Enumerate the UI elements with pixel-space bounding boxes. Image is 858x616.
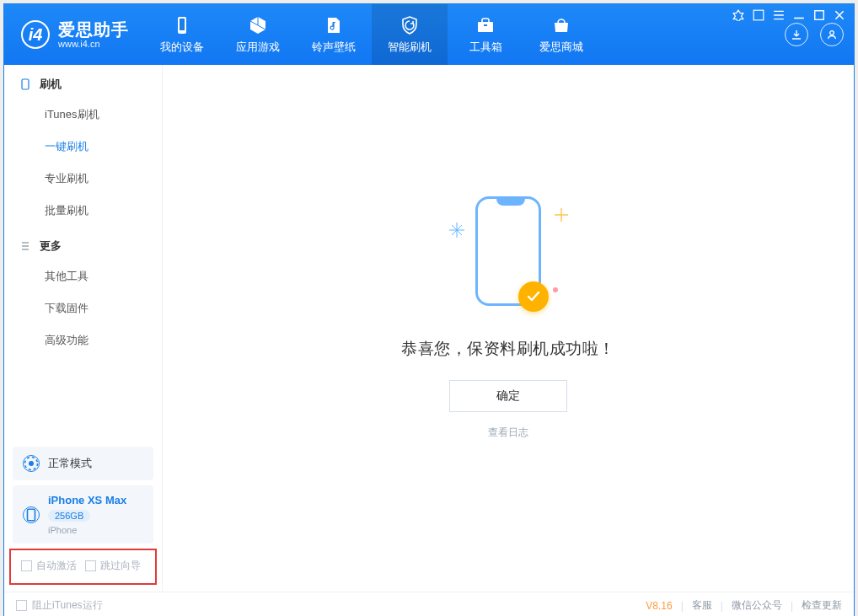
tab-label: 智能刷机	[388, 40, 432, 55]
checkbox-icon	[21, 560, 32, 571]
checkbox-label: 阻止iTunes运行	[32, 598, 103, 613]
logo: i4 爱思助手 www.i4.cn	[4, 4, 144, 65]
tab-apps-games[interactable]: 应用游戏	[220, 4, 296, 65]
success-illustration	[475, 196, 541, 306]
device-phone-icon	[23, 506, 40, 523]
device-name: iPhone XS Max	[48, 494, 126, 506]
app-window: i4 爱思助手 www.i4.cn 我的设备 应用游戏 铃声壁纸 智能刷机	[3, 3, 855, 616]
tab-label: 我的设备	[160, 40, 204, 55]
tab-smart-flash[interactable]: 智能刷机	[372, 4, 448, 65]
svg-rect-1	[815, 11, 824, 20]
refresh-shield-icon	[400, 14, 420, 36]
toolbox-icon	[475, 14, 496, 36]
tab-toolbox[interactable]: 工具箱	[448, 4, 523, 65]
titlebar: i4 爱思助手 www.i4.cn 我的设备 应用游戏 铃声壁纸 智能刷机	[4, 4, 854, 65]
footer-link-update[interactable]: 检查更新	[802, 598, 842, 613]
app-name: 爱思助手	[58, 20, 129, 39]
svg-point-11	[553, 287, 558, 292]
menu-icon[interactable]	[773, 9, 785, 21]
dot-icon	[552, 281, 559, 288]
sidebar: 刷机 iTunes刷机 一键刷机 专业刷机 批量刷机 更多 其他工具 下载固件 …	[4, 65, 163, 592]
sparkle-icon	[554, 207, 569, 222]
svg-rect-4	[478, 22, 493, 32]
sidebar-item-download-firmware[interactable]: 下载固件	[4, 292, 162, 324]
statusbar: 阻止iTunes运行 V8.16 | 客服 | 微信公众号 | 检查更新	[4, 592, 854, 616]
music-file-icon	[324, 14, 344, 36]
tab-my-device[interactable]: 我的设备	[144, 4, 220, 65]
sidebar-item-batch-flash[interactable]: 批量刷机	[4, 195, 162, 227]
body: 刷机 iTunes刷机 一键刷机 专业刷机 批量刷机 更多 其他工具 下载固件 …	[4, 65, 854, 592]
tab-label: 爱思商城	[539, 40, 583, 55]
section-title: 刷机	[40, 77, 62, 92]
sidebar-item-other-tools[interactable]: 其他工具	[4, 260, 162, 292]
checkbox-icon	[16, 600, 27, 611]
footer-link-support[interactable]: 客服	[692, 598, 712, 613]
main-content: 恭喜您，保资料刷机成功啦！ 确定 查看日志	[163, 65, 854, 592]
phone-illustration	[475, 196, 541, 306]
mode-icon	[23, 455, 40, 472]
checkbox-block-itunes[interactable]: 阻止iTunes运行	[16, 598, 103, 613]
sidebar-item-advanced[interactable]: 高级功能	[4, 324, 162, 356]
svg-rect-3	[180, 19, 185, 30]
widget2-icon[interactable]	[753, 9, 764, 21]
checkbox-icon	[85, 560, 96, 571]
sidebar-item-pro-flash[interactable]: 专业刷机	[4, 163, 162, 195]
cube-icon	[248, 14, 268, 36]
minimize-icon[interactable]	[793, 9, 805, 21]
view-log-link[interactable]: 查看日志	[488, 426, 528, 440]
version-label: V8.16	[646, 600, 672, 612]
close-icon[interactable]	[834, 9, 845, 21]
footer-link-wechat[interactable]: 微信公众号	[732, 598, 782, 613]
device-mode-box[interactable]: 正常模式	[13, 447, 153, 480]
app-url: www.i4.cn	[58, 39, 129, 49]
widget1-icon[interactable]	[732, 9, 744, 21]
success-message: 恭喜您，保资料刷机成功啦！	[401, 338, 615, 360]
device-type: iPhone	[48, 525, 126, 535]
checkbox-label: 跳过向导	[100, 559, 141, 573]
sparkle-icon	[449, 222, 464, 238]
svg-point-6	[830, 31, 834, 35]
svg-rect-5	[484, 24, 487, 26]
logo-icon: i4	[21, 20, 50, 49]
svg-rect-7	[22, 79, 29, 89]
device-capacity: 256GB	[48, 510, 90, 522]
tab-label: 工具箱	[469, 40, 502, 55]
svg-rect-0	[753, 10, 764, 20]
tab-label: 铃声壁纸	[312, 40, 356, 55]
window-controls	[732, 9, 845, 21]
download-button[interactable]	[785, 23, 808, 46]
ok-button[interactable]: 确定	[449, 380, 567, 412]
mode-label: 正常模式	[48, 456, 92, 471]
options-row: 自动激活 跳过向导	[9, 549, 157, 585]
maximize-icon[interactable]	[813, 9, 825, 21]
sidebar-section-flash: 刷机	[4, 65, 162, 99]
store-icon	[551, 14, 571, 36]
sidebar-item-oneclick-flash[interactable]: 一键刷机	[4, 131, 162, 163]
tab-ringtones-wallpapers[interactable]: 铃声壁纸	[296, 4, 372, 65]
check-badge-icon	[518, 281, 549, 312]
sidebar-item-itunes-flash[interactable]: iTunes刷机	[4, 99, 162, 131]
user-button[interactable]	[820, 23, 844, 46]
list-icon	[19, 240, 31, 252]
device-info-box[interactable]: iPhone XS Max 256GB iPhone	[13, 485, 153, 544]
checkbox-skip-guide[interactable]: 跳过向导	[85, 559, 141, 573]
tab-store[interactable]: 爱思商城	[523, 4, 599, 65]
phone-small-icon	[19, 78, 31, 90]
svg-rect-10	[28, 509, 35, 521]
tab-label: 应用游戏	[236, 40, 280, 55]
section-title: 更多	[40, 238, 62, 254]
top-tabs: 我的设备 应用游戏 铃声壁纸 智能刷机 工具箱 爱思商城	[144, 4, 599, 65]
checkbox-label: 自动激活	[36, 559, 77, 573]
svg-point-8	[29, 461, 34, 466]
checkbox-auto-activate[interactable]: 自动激活	[21, 559, 77, 573]
sidebar-section-more: 更多	[4, 227, 162, 260]
device-icon	[172, 14, 192, 36]
